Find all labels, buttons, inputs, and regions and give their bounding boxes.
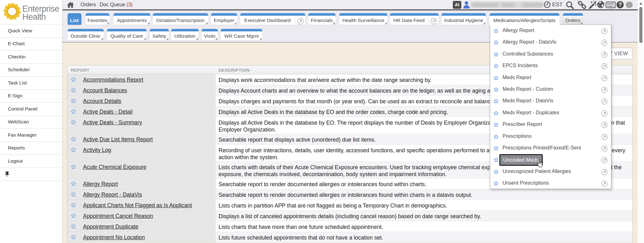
- svg-text:?: ?: [619, 2, 622, 8]
